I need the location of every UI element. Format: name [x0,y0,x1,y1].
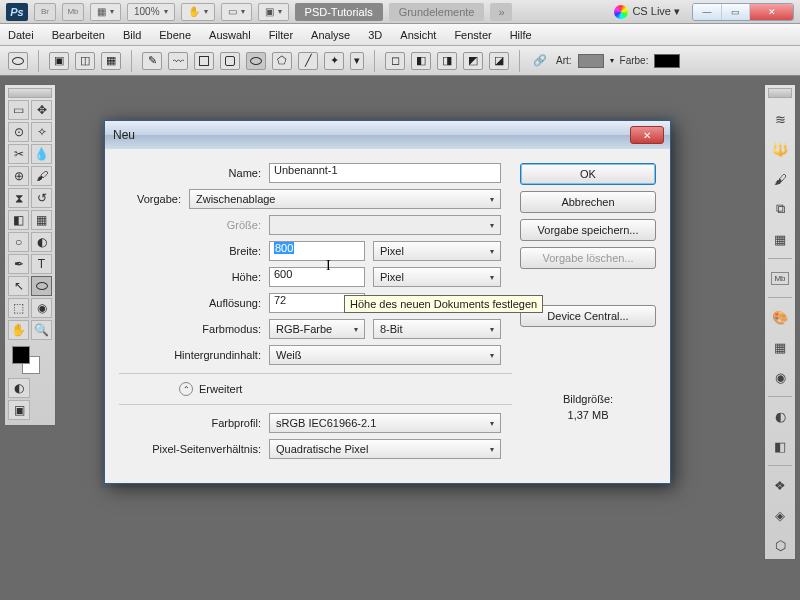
tool-dodge[interactable]: ◐ [31,232,52,252]
cs-live-button[interactable]: CS Live ▾ [614,5,680,19]
farbtiefe-dd[interactable]: 8-Bit [373,319,501,339]
shape-options-icon[interactable]: ▾ [350,52,364,70]
tool-marquee[interactable]: ▭ [8,100,29,120]
pen-icon[interactable]: ✎ [142,52,162,70]
tool-3d[interactable]: ⬚ [8,298,29,318]
tool-move[interactable]: ✥ [31,100,52,120]
screenmode-icon[interactable]: ▣ [8,400,30,420]
save-preset-button[interactable]: Vorgabe speichern... [520,219,656,241]
tool-zoom[interactable]: 🔍 [31,320,52,340]
menu-ebene[interactable]: Ebene [159,29,191,41]
dock-presets-icon[interactable]: ▦ [769,228,791,250]
tool-3dcam[interactable]: ◉ [31,298,52,318]
tool-history[interactable]: ↺ [31,188,52,208]
menu-filter[interactable]: Filter [269,29,293,41]
dock-history-icon[interactable]: ≋ [769,108,791,130]
combine-sub-icon[interactable]: ◨ [437,52,457,70]
paths-icon[interactable]: ◫ [75,52,95,70]
tool-brush[interactable]: 🖌 [31,166,52,186]
dock-paths-icon[interactable]: ⬡ [769,534,791,556]
cancel-button[interactable]: Abbrechen [520,191,656,213]
tool-hand[interactable]: ✋ [8,320,29,340]
link-icon[interactable]: 🔗 [530,52,550,70]
dock-swatches-icon[interactable]: ▦ [769,336,791,358]
tool-preset-icon[interactable] [8,52,28,70]
menu-hilfe[interactable]: Hilfe [510,29,532,41]
psv-dd[interactable]: Quadratische Pixel [269,439,501,459]
farbmodus-dd[interactable]: RGB-Farbe [269,319,365,339]
vorgabe-dd[interactable]: Zwischenablage [189,189,501,209]
breite-unit-dd[interactable]: Pixel [373,241,501,261]
tool-lasso[interactable]: ⊙ [8,122,29,142]
tool-eraser[interactable]: ◧ [8,210,29,230]
screen-dd[interactable]: ▣ [258,3,289,21]
menu-analyse[interactable]: Analyse [311,29,350,41]
dock-channels-icon[interactable]: ◈ [769,504,791,526]
menu-fenster[interactable]: Fenster [454,29,491,41]
dock-color-icon[interactable]: 🎨 [769,306,791,328]
hg-dd[interactable]: Weiß [269,345,501,365]
farbprofil-dd[interactable]: sRGB IEC61966-2.1 [269,413,501,433]
dock-styles-icon[interactable]: ◉ [769,366,791,388]
tool-crop[interactable]: ✂ [8,144,29,164]
farbe-swatch[interactable] [654,54,680,68]
menu-3d[interactable]: 3D [368,29,382,41]
dock-grip[interactable] [768,88,792,98]
dock-brushes-icon[interactable]: 🖌 [769,168,791,190]
zoom-dd[interactable]: 100% [127,3,175,21]
freeform-icon[interactable]: 〰 [168,52,188,70]
quickmask-icon[interactable]: ◐ [8,378,30,398]
hoehe-unit-dd[interactable]: Pixel [373,267,501,287]
rrect-icon[interactable] [220,52,240,70]
menu-auswahl[interactable]: Auswahl [209,29,251,41]
tool-gradient[interactable]: ▦ [31,210,52,230]
tool-pen[interactable]: ✒ [8,254,29,274]
polygon-icon[interactable]: ⬠ [272,52,292,70]
dock-actions-icon[interactable]: 🔱 [769,138,791,160]
toolbox-grip[interactable] [8,88,52,98]
workspace-more-icon[interactable]: » [490,3,512,21]
minibridge-icon[interactable]: Mb [62,3,84,21]
dock-mb-icon[interactable]: Mb [769,267,791,289]
dock-layers-icon[interactable]: ❖ [769,474,791,496]
hoehe-input[interactable]: 600 [269,267,365,287]
tool-type[interactable]: T [31,254,52,274]
dialog-titlebar[interactable]: Neu ✕ [105,121,670,149]
menu-bearbeiten[interactable]: Bearbeiten [52,29,105,41]
name-input[interactable]: Unbenannt-1 [269,163,501,183]
erweitert-toggle-icon[interactable]: ⌃ [179,382,193,396]
menu-ansicht[interactable]: Ansicht [400,29,436,41]
fg-bg-swatch[interactable] [8,344,52,374]
dock-adjust-icon[interactable]: ◐ [769,405,791,427]
workspace-tab-grundelemente[interactable]: Grundelemente [389,3,485,21]
arrange-dd[interactable]: ▦ [90,3,121,21]
tool-wand[interactable]: ✧ [31,122,52,142]
dock-clone-icon[interactable]: ⧉ [769,198,791,220]
tool-blur[interactable]: ○ [8,232,29,252]
minimize-button[interactable]: — [693,4,721,20]
combine-add-icon[interactable]: ◧ [411,52,431,70]
tool-heal[interactable]: ⊕ [8,166,29,186]
rect-icon[interactable] [194,52,214,70]
art-swatch[interactable] [578,54,604,68]
erweitert-label[interactable]: Erweitert [199,383,242,395]
hand-dd[interactable]: ✋ [181,3,215,21]
menu-bild[interactable]: Bild [123,29,141,41]
tool-eyedropper[interactable]: 💧 [31,144,52,164]
dock-masks-icon[interactable]: ◧ [769,435,791,457]
tool-stamp[interactable]: ⧗ [8,188,29,208]
ellipse-icon[interactable] [246,52,266,70]
tool-path[interactable]: ↖ [8,276,29,296]
breite-input[interactable]: 800 [269,241,365,261]
fill-pixels-icon[interactable]: ▦ [101,52,121,70]
bridge-icon[interactable]: Br [34,3,56,21]
combine-new-icon[interactable]: ◻ [385,52,405,70]
dialog-close-button[interactable]: ✕ [630,126,664,144]
ok-button[interactable]: OK [520,163,656,185]
tool-shape[interactable] [31,276,52,296]
maximize-button[interactable]: ▭ [721,4,749,20]
close-button[interactable]: ✕ [749,4,793,20]
custom-shape-icon[interactable]: ✦ [324,52,344,70]
shape-layers-icon[interactable]: ▣ [49,52,69,70]
combine-intersect-icon[interactable]: ◩ [463,52,483,70]
